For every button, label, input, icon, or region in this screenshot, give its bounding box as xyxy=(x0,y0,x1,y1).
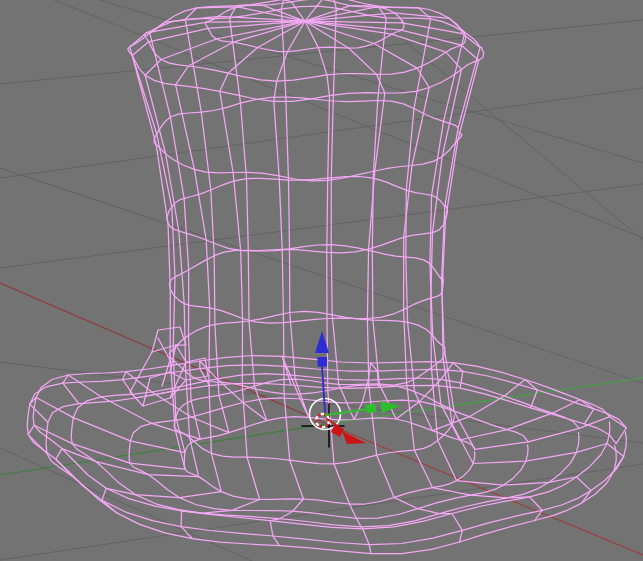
viewport-canvas xyxy=(0,0,643,561)
viewport-background xyxy=(0,0,643,561)
3d-viewport[interactable] xyxy=(0,0,643,561)
